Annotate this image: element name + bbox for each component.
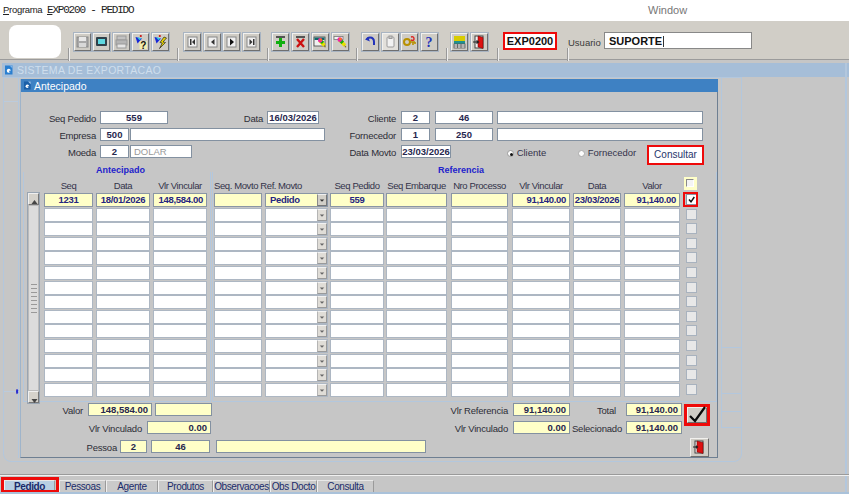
svg-text:?: ? xyxy=(140,40,146,51)
svg-text:?: ? xyxy=(426,35,433,50)
